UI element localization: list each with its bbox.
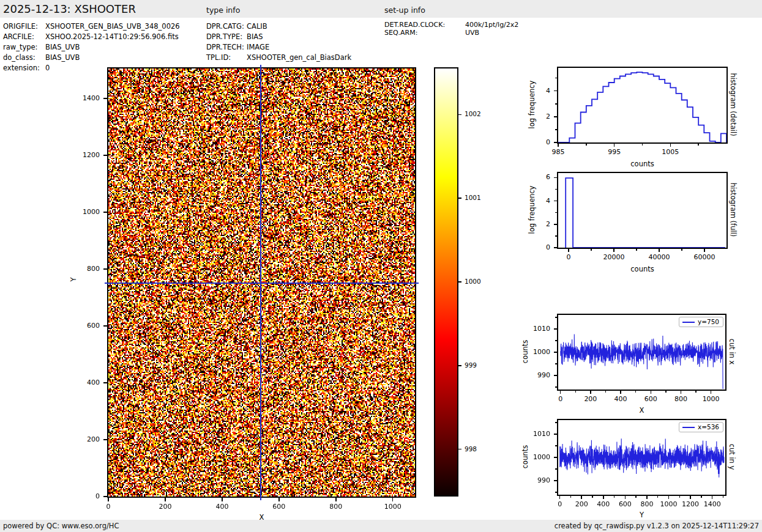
type-info-row: DPR.TECH:IMAGE <box>206 43 269 51</box>
y-tick-mark <box>555 189 557 190</box>
type-info-label: DPR.TYPE: <box>206 32 247 41</box>
x-tick-label: 1000 <box>693 395 730 403</box>
x-tick-mark <box>603 496 604 499</box>
x-tick-mark <box>560 391 561 394</box>
y-tick-label: 6 <box>526 173 550 181</box>
file-info-row: do_class:BIAS_UVB <box>3 53 80 62</box>
x-tick-mark <box>620 391 621 394</box>
setup-info-label: SEQ.ARM: <box>384 29 465 37</box>
colorbar-tick-label: 999 <box>465 361 491 369</box>
y-tick-label: 800 <box>75 265 100 273</box>
x-tick-label: 985 <box>540 148 577 156</box>
x-tick-label: 200 <box>147 503 184 511</box>
y-tick-label: 1000 <box>526 453 550 461</box>
legend-line-icon <box>682 322 695 323</box>
y-tick-mark <box>103 325 107 327</box>
y-tick-mark <box>555 103 557 105</box>
type-info-label: DPR.CATG: <box>206 22 247 31</box>
x-tick-mark <box>670 144 671 147</box>
y-tick-mark <box>554 480 557 481</box>
y-tick-mark <box>554 352 557 353</box>
x-tick-mark <box>701 496 702 498</box>
footer-right-text: created by qc_rawdisp.py v1.2.3 on 2025-… <box>555 522 759 530</box>
x-tick-mark <box>657 496 659 498</box>
colorbar-tick-label: 1001 <box>465 194 491 201</box>
y-tick-mark <box>103 496 107 497</box>
colorbar-tick-mark <box>458 365 461 366</box>
header-band: 2025-12-13: XSHOOTER type info set-up in… <box>0 0 762 18</box>
x-tick-label: 1000 <box>375 503 411 511</box>
cut-x-legend-label: y=750 <box>698 317 719 327</box>
file-info-label: raw_type: <box>3 43 45 51</box>
y-tick-label: 200 <box>75 435 100 443</box>
x-tick-mark <box>646 496 648 499</box>
y-tick-mark <box>554 247 557 248</box>
y-tick-mark <box>554 91 557 92</box>
hist-detail-right-title: histogram (detail) <box>729 68 738 141</box>
x-tick-mark <box>704 249 705 252</box>
type-info-row: TPL.ID:XSHOOTER_gen_cal_BiasDark <box>206 53 351 62</box>
file-info-row: ARCFILE:XSHOO.2025-12-14T10:29:56.906.fi… <box>3 32 179 41</box>
x-tick-label: 40000 <box>641 253 678 261</box>
cut-in-x-plot: y=750 <box>557 314 727 391</box>
y-tick-mark <box>103 268 107 270</box>
x-tick-mark <box>635 391 637 393</box>
y-tick-label: 990 <box>526 371 550 379</box>
colorbar-tick-mark <box>458 114 461 116</box>
x-tick-mark <box>679 496 681 498</box>
hist-detail-xlabel: counts <box>558 160 727 168</box>
file-info-label: ORIGFILE: <box>3 22 45 31</box>
x-tick-mark <box>222 498 223 501</box>
x-tick-mark <box>613 249 614 252</box>
x-tick-mark <box>590 391 591 394</box>
type-info-value: BIAS <box>247 32 263 41</box>
setup-info-row: DET.READ.CLOCK:400k/1pt/lg/2x2 <box>384 21 518 29</box>
y-tick-label: 0 <box>526 138 550 146</box>
setup-info-value: UVB <box>465 29 479 37</box>
y-tick-label: 4 <box>526 197 550 205</box>
y-tick-mark <box>554 201 557 202</box>
x-tick-mark <box>625 496 626 499</box>
x-tick-mark <box>575 391 577 393</box>
x-tick-label: 995 <box>596 148 633 156</box>
y-tick-mark <box>555 129 557 130</box>
type-info-value: IMAGE <box>247 43 269 51</box>
y-tick-mark <box>555 78 557 79</box>
hist-full-right-title: histogram (full) <box>729 173 738 246</box>
x-tick-mark <box>636 249 637 251</box>
series-svg <box>558 173 727 248</box>
x-tick-mark <box>592 496 593 498</box>
y-tick-label: 4 <box>526 87 550 95</box>
cut-x-legend: y=750 <box>679 317 723 327</box>
y-tick-mark <box>554 224 557 225</box>
histogram-full-plot <box>557 172 728 249</box>
x-tick-mark <box>586 144 587 146</box>
colorbar-tick-label: 1002 <box>465 110 491 117</box>
histogram-detail-plot <box>557 67 728 144</box>
y-tick-label: 0 <box>526 243 550 251</box>
x-tick-mark <box>614 496 615 498</box>
file-info-value: 0 <box>45 64 50 72</box>
x-tick-label: 60000 <box>686 253 723 261</box>
cut-y-legend-label: x=536 <box>698 423 719 432</box>
x-tick-mark <box>108 498 109 501</box>
y-tick-mark <box>555 422 557 423</box>
y-tick-mark <box>555 235 557 237</box>
y-tick-mark <box>554 328 557 330</box>
x-tick-mark <box>635 496 637 498</box>
y-tick-mark <box>555 445 557 446</box>
x-tick-mark <box>712 496 713 499</box>
colorbar-tick-mark <box>458 198 461 199</box>
x-tick-mark <box>665 391 667 393</box>
colorbar-gradient <box>435 68 457 495</box>
x-tick-mark <box>668 496 670 499</box>
y-tick-mark <box>103 439 107 440</box>
series-svg <box>558 68 727 142</box>
type-info-label: TPL.ID: <box>206 53 247 62</box>
file-info-value: BIAS_UVB <box>45 43 80 51</box>
y-tick-mark <box>555 386 557 388</box>
file-info-value: XSHOO.2025-12-14T10:29:56.906.fits <box>45 32 179 41</box>
y-tick-mark <box>103 155 107 156</box>
y-tick-label: 1010 <box>526 325 550 333</box>
cut-y-legend: x=536 <box>679 422 723 432</box>
